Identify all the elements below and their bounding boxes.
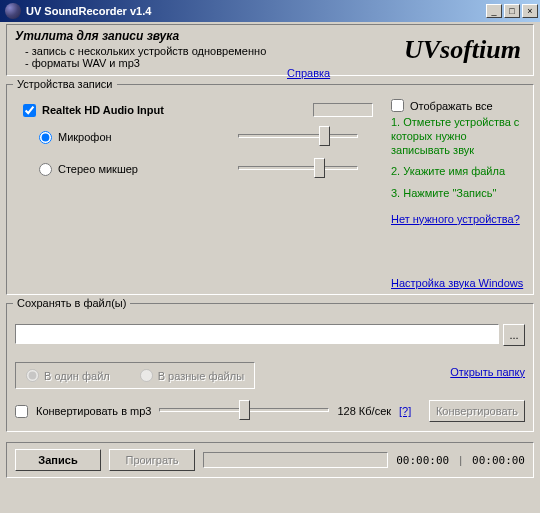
feature-item: форматы WAV и mp3: [25, 57, 404, 69]
step-hint: 2. Укажите имя файла: [391, 165, 525, 179]
app-tagline: Утилита для записи звука: [15, 29, 404, 43]
windows-sound-link[interactable]: Настройка звука Windows: [391, 277, 525, 291]
titlebar[interactable]: UV SoundRecorder v1.4 _ □ ×: [0, 0, 540, 22]
multi-file-radio: [140, 369, 153, 382]
mp3-convert-checkbox[interactable]: [15, 405, 28, 418]
close-button[interactable]: ×: [522, 4, 538, 18]
devices-legend: Устройства записи: [13, 78, 117, 90]
time-separator: |: [459, 454, 462, 466]
device-enable-checkbox[interactable]: [23, 104, 36, 117]
step-hint: 3. Нажмите "Запись": [391, 187, 525, 201]
maximize-button[interactable]: □: [504, 4, 520, 18]
mixer-volume-slider[interactable]: [238, 157, 358, 179]
mp3-help-link[interactable]: [?]: [399, 405, 411, 417]
mp3-bitrate-slider[interactable]: [159, 399, 329, 421]
progress-bar: [203, 452, 388, 468]
browse-button[interactable]: ...: [503, 324, 525, 346]
step-hint: 1. Отметьте устройства с которых нужно з…: [391, 116, 525, 157]
mp3-convert-label: Конвертировать в mp3: [36, 405, 151, 417]
input-mixer-radio[interactable]: [39, 163, 52, 176]
record-button[interactable]: Запись: [15, 449, 101, 471]
play-button: Проиграть: [109, 449, 195, 471]
multi-file-radio-label: В разные файлы: [140, 369, 244, 382]
show-all-checkbox[interactable]: [391, 99, 404, 112]
input-mic-label: Микрофон: [58, 131, 178, 143]
minimize-button[interactable]: _: [486, 4, 502, 18]
one-file-radio: [26, 369, 39, 382]
app-icon: [5, 3, 21, 19]
no-device-link[interactable]: Нет нужного устройства?: [391, 213, 525, 227]
device-level-meter: [313, 103, 373, 117]
save-path-input[interactable]: [15, 324, 499, 344]
file-mode-panel: В один файл В разные файлы: [15, 362, 255, 389]
header-panel: Утилита для записи звука запись с нескол…: [6, 24, 534, 76]
input-mic-radio[interactable]: [39, 131, 52, 144]
window-title: UV SoundRecorder v1.4: [26, 5, 484, 17]
open-folder-link[interactable]: Открыть папку: [450, 366, 525, 378]
device-name: Realtek HD Audio Input: [42, 104, 164, 116]
time-total: 00:00:00: [472, 454, 525, 467]
help-link[interactable]: Справка: [287, 67, 330, 79]
mic-volume-slider[interactable]: [238, 125, 358, 147]
device-panel: Realtek HD Audio Input Микрофон Стерео м…: [15, 99, 379, 199]
save-group: Сохранять в файл(ы) ... В один файл В ра…: [6, 303, 534, 432]
mp3-bitrate-value: 128 Кб/сек: [337, 405, 391, 417]
devices-group: Устройства записи Realtek HD Audio Input…: [6, 84, 534, 295]
feature-item: запись с нескольких устройств одновремен…: [25, 45, 404, 57]
show-all-label: Отображать все: [410, 100, 493, 112]
save-legend: Сохранять в файл(ы): [13, 297, 130, 309]
input-mixer-label: Стерео микшер: [58, 163, 178, 175]
time-elapsed: 00:00:00: [396, 454, 449, 467]
one-file-radio-label: В один файл: [26, 369, 110, 382]
brand-logo: UVsoftium: [404, 35, 521, 65]
transport-panel: Запись Проиграть 00:00:00 | 00:00:00: [6, 442, 534, 478]
convert-button: Конвертировать: [429, 400, 525, 422]
